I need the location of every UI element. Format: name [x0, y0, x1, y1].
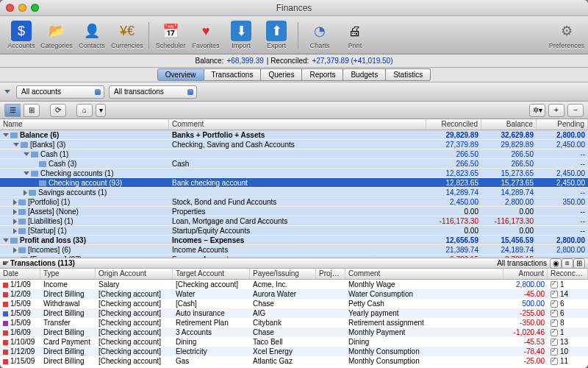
reload-button[interactable]: ⟳: [50, 104, 66, 117]
account-row[interactable]: Cash (1)266.50266.50--: [0, 149, 588, 159]
folder-icon: [21, 142, 28, 148]
toolbar-print[interactable]: 🖨Print: [338, 21, 372, 49]
reconciled-checkbox[interactable]: [551, 339, 558, 346]
tx-row[interactable]: 1/1/09IncomeSalary[Checking account]Acme…: [0, 280, 588, 289]
reconciled-checkbox[interactable]: [551, 300, 558, 308]
account-row[interactable]: [Startup] (1)Startup/Equity Accounts0.00…: [0, 226, 588, 236]
txcol-payee[interactable]: Payee/Issuing: [250, 269, 316, 279]
tx-target: Water: [173, 290, 250, 298]
toolbar-scheduler[interactable]: 📅Scheduler: [154, 21, 187, 49]
tab-queries[interactable]: Queries: [261, 68, 302, 81]
disclosure-icon[interactable]: [13, 199, 17, 205]
tx-row[interactable]: 1/6/09Direct Billing[Checking account]3 …: [0, 328, 588, 337]
tx-view2-button[interactable]: ≡: [562, 258, 573, 269]
home-menu-button[interactable]: ▾: [96, 104, 106, 117]
reconciled-checkbox[interactable]: [551, 310, 558, 317]
disclosure-icon[interactable]: [13, 209, 17, 215]
col-pending[interactable]: Pending: [537, 119, 588, 130]
account-row[interactable]: [Assets] (None)Properties0.000.00--: [0, 207, 588, 216]
txcol-rec[interactable]: Reconciled: [548, 269, 588, 279]
reconciled-checkbox[interactable]: [551, 348, 558, 355]
toolbar-charts[interactable]: ◔Charts: [303, 21, 337, 49]
tab-reports[interactable]: Reports: [302, 68, 343, 81]
view-list-button[interactable]: ☰: [4, 104, 21, 117]
transactions-filter-popup[interactable]: All transactions: [109, 85, 197, 99]
disclosure-icon[interactable]: [3, 133, 9, 137]
toolbar-import[interactable]: ⬇Import: [224, 21, 258, 49]
add-button[interactable]: +: [548, 104, 564, 117]
toolbar-export[interactable]: ⬆Export: [259, 21, 293, 49]
tx-row[interactable]: 1/2/09Direct Billing[Checking account]Wa…: [0, 289, 588, 299]
disclosure-icon[interactable]: [24, 171, 29, 175]
tx-filter-label[interactable]: All transactions: [497, 259, 547, 267]
account-row[interactable]: [Incomes] (6)Income Accounts21,389.7424,…: [0, 245, 588, 255]
account-row[interactable]: Profit and loss (33)Incomes – Expenses12…: [0, 236, 588, 245]
account-row[interactable]: Checking account (93)Bank checking accou…: [0, 178, 588, 188]
tx-comment: Yearly payment: [345, 309, 503, 317]
col-name[interactable]: Name: [0, 119, 169, 130]
toolbar-categories[interactable]: 📂Categories: [40, 21, 74, 49]
accounts-grid[interactable]: Balance (6)Banks + Portfolio + Assets29,…: [0, 130, 588, 258]
tab-budgets[interactable]: Budgets: [343, 68, 386, 81]
tx-view1-button[interactable]: ◉: [550, 258, 562, 269]
folder-icon: [10, 238, 18, 244]
tab-transactions[interactable]: Transactions: [204, 68, 262, 81]
disclosure-icon[interactable]: [13, 219, 17, 224]
balance-bar: Balance: +68,399.39 | Reconciled: +27,37…: [0, 54, 588, 68]
remove-button[interactable]: −: [567, 104, 584, 117]
tx-row[interactable]: 1/10/09Card Payment[Checking account]Din…: [0, 337, 588, 347]
tx-row[interactable]: 1/5/09Withdrawal[Checking account][Cash]…: [0, 299, 588, 308]
tx-row[interactable]: 1/15/09Direct Billing[Checking account]G…: [0, 356, 588, 366]
account-row[interactable]: [Portfolio] (1)Stock, Bond and Fund Acco…: [0, 197, 588, 207]
txcol-amount[interactable]: Amount: [503, 269, 548, 279]
tab-statistics[interactable]: Statistics: [386, 68, 431, 81]
txcol-project[interactable]: Project: [316, 269, 345, 279]
row-name: [Banks] (3): [30, 141, 65, 149]
disclosure-icon[interactable]: [13, 143, 19, 146]
col-comment[interactable]: Comment: [169, 119, 426, 130]
home-button[interactable]: ⌂: [76, 104, 93, 117]
account-row[interactable]: Balance (6)Banks + Portfolio + Assets29,…: [0, 130, 588, 140]
disclosure-icon[interactable]: [3, 261, 9, 265]
reconciled-checkbox[interactable]: [551, 329, 558, 336]
disclosure-icon[interactable]: [3, 238, 9, 242]
reconciled-checkbox[interactable]: [551, 291, 558, 298]
disclosure-icon[interactable]: [24, 152, 29, 156]
disclosure-icon[interactable]: [24, 190, 27, 196]
txcol-comment[interactable]: Comment: [345, 269, 503, 279]
account-row[interactable]: [Liabilities] (1)Loan, Mortgage and Card…: [0, 216, 588, 226]
accounts-filter-popup[interactable]: All accounts: [16, 85, 104, 99]
split-bar[interactable]: Transactions (113) All transactions ◉ ≡ …: [0, 258, 588, 269]
account-row[interactable]: [Banks] (3)Checking, Saving and Cash Acc…: [0, 140, 588, 149]
rec-count: 6: [560, 309, 564, 317]
tx-view3-button[interactable]: ⊞: [573, 258, 585, 269]
toolbar-contacts[interactable]: 👤Contacts: [75, 21, 109, 49]
disclosure-icon[interactable]: [13, 228, 17, 234]
account-row[interactable]: Checking accounts (1)12,823.6515,273.652…: [0, 169, 588, 178]
tab-overview[interactable]: Overview: [157, 68, 204, 81]
tx-grid[interactable]: 1/1/09IncomeSalary[Checking account]Acme…: [0, 280, 588, 368]
toolbar-preferences[interactable]: ⚙Preferences: [550, 21, 584, 49]
txcol-date[interactable]: Date: [0, 269, 40, 279]
tx-row[interactable]: 1/12/09Direct Billing[Checking account]E…: [0, 347, 588, 356]
toolbar-favorites[interactable]: ♥Favorites: [189, 21, 223, 49]
col-reconciled[interactable]: Reconciled: [426, 119, 481, 130]
toolbar-accounts[interactable]: $Accounts: [4, 21, 38, 49]
col-balance[interactable]: Balance: [481, 119, 537, 130]
action-menu-button[interactable]: ✲▾: [529, 104, 545, 117]
disclosure-icon[interactable]: [4, 90, 10, 93]
row-value: 350.00: [537, 198, 588, 206]
tx-row[interactable]: 1/5/09Transfer[Checking account]Retireme…: [0, 318, 588, 328]
txcol-type[interactable]: Type: [40, 269, 96, 279]
txcol-target[interactable]: Target Account: [173, 269, 250, 279]
txcol-origin[interactable]: Origin Account: [96, 269, 173, 279]
reconciled-checkbox[interactable]: [551, 319, 558, 327]
account-row[interactable]: Savings accounts (1)14,289.7414,289.74--: [0, 188, 588, 197]
toolbar-currencies[interactable]: ¥€Currencies: [110, 21, 144, 49]
reconciled-checkbox[interactable]: [551, 281, 558, 289]
disclosure-icon[interactable]: [13, 247, 17, 253]
tx-row[interactable]: 1/5/09Direct Billing[Checking account]Au…: [0, 308, 588, 318]
reconciled-checkbox[interactable]: [551, 358, 558, 365]
view-icons-button[interactable]: ⊞: [24, 104, 40, 117]
account-row[interactable]: Cash (3)Cash266.50266.50--: [0, 159, 588, 169]
